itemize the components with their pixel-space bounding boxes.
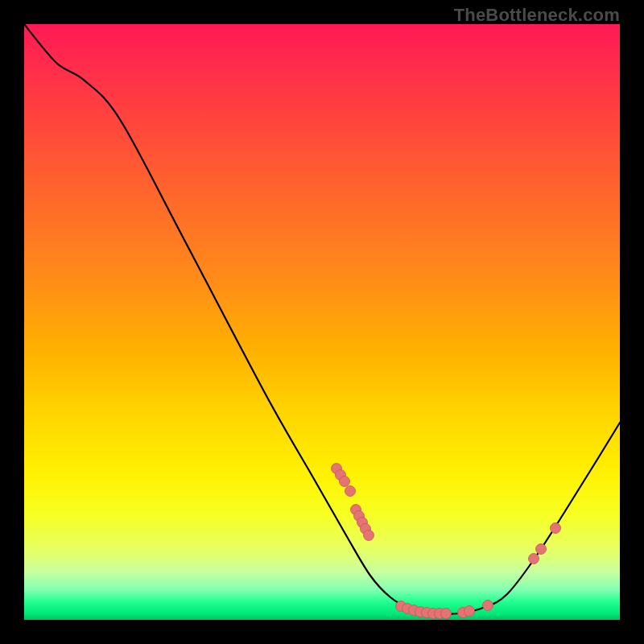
data-marker: [536, 544, 547, 555]
data-marker: [441, 609, 452, 619]
curve-svg: [24, 24, 620, 620]
data-marker: [529, 554, 539, 564]
data-marker: [364, 530, 374, 541]
data-marker: [483, 601, 493, 611]
data-marker: [340, 477, 350, 487]
chart-frame: TheBottleneck.com: [0, 0, 644, 644]
data-marker: [464, 606, 475, 617]
markers-group: [332, 464, 561, 619]
bottleneck-curve: [24, 24, 620, 614]
watermark-text: TheBottleneck.com: [454, 5, 620, 26]
data-marker: [551, 523, 561, 534]
data-marker: [345, 486, 356, 497]
plot-area: [24, 24, 620, 620]
